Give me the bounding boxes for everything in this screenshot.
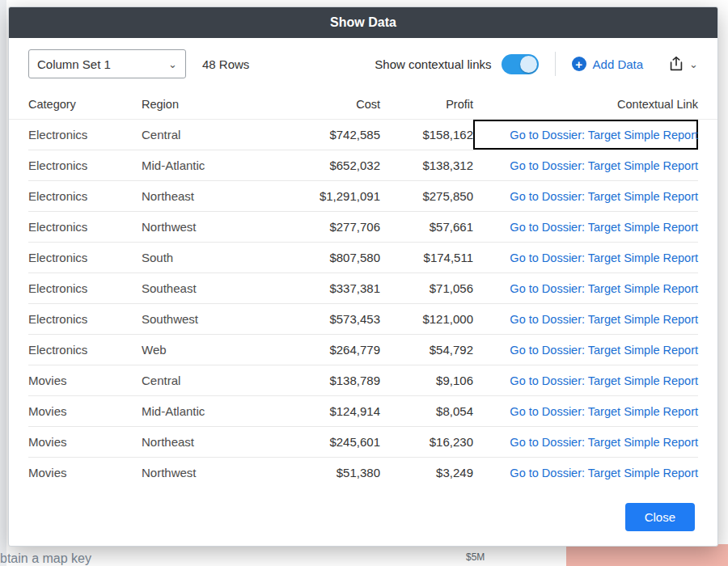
chevron-down-icon: ⌄ [689,58,698,70]
contextual-links-toggle[interactable] [502,54,539,74]
cell-contextual-link: Go to Dossier: Target Simple Report [473,273,698,303]
cell-category: Electronics [28,251,142,264]
cell-contextual-link: Go to Dossier: Target Simple Report [473,335,698,365]
cell-category: Electronics [28,312,142,326]
cell-profit: $9,106 [380,374,473,387]
cell-region: South [142,251,287,264]
contextual-link[interactable]: Go to Dossier: Target Simple Report [510,190,698,203]
cell-category: Movies [28,435,142,449]
header-contextual-link-label: Contextual Link [617,98,698,111]
header-category: Category [28,98,142,111]
cell-cost: $277,706 [287,220,380,234]
table-row: Movies Central $138,789 $9,106 Go to Dos… [28,365,698,396]
cell-cost: $138,789 [287,374,380,387]
column-set-value: Column Set 1 [37,57,111,71]
cell-category: Electronics [28,281,142,295]
page-left-strip [0,0,6,566]
table-row: Electronics Southwest $573,453 $121,000 … [28,304,698,335]
cell-profit: $121,000 [380,312,473,326]
table-row: Electronics South $807,580 $174,511 Go t… [28,243,698,273]
cell-category: Electronics [28,128,142,142]
cell-profit: $57,661 [380,220,473,234]
rows-count-label: 48 Rows [202,57,249,71]
column-set-dropdown[interactable]: Column Set 1 ⌄ [28,49,186,78]
cell-region: Central [142,128,287,142]
contextual-link[interactable]: Go to Dossier: Target Simple Report [510,344,698,357]
cell-region: Northwest [142,220,287,234]
table-row: Electronics Northwest $277,706 $57,661 G… [28,212,698,243]
contextual-link[interactable]: Go to Dossier: Target Simple Report [510,159,698,172]
cell-cost: $807,580 [287,251,380,264]
table-header-row: Category Region Cost Profit Contextual L… [9,90,717,120]
cell-category: Electronics [28,220,142,234]
contextual-links-control: Show contextual links + Add Data ⌄ [375,52,698,76]
cell-region: Mid-Atlantic [142,404,287,418]
cell-contextual-link: Go to Dossier: Target Simple Report [473,396,698,426]
toggle-knob [520,56,537,73]
cell-contextual-link: Go to Dossier: Target Simple Report [473,150,698,180]
contextual-link[interactable]: Go to Dossier: Target Simple Report [510,436,698,449]
table-row: Electronics Mid-Atlantic $652,032 $138,3… [28,150,698,181]
contextual-link[interactable]: Go to Dossier: Target Simple Report [510,313,698,326]
add-data-button[interactable]: + Add Data [572,57,644,71]
cell-cost: $573,453 [287,312,380,326]
contextual-link[interactable]: Go to Dossier: Target Simple Report [510,405,698,418]
dialog-footer: Close [9,488,717,546]
show-data-dialog: Show Data Column Set 1 ⌄ 48 Rows Show co… [8,6,718,547]
dialog-toolbar: Column Set 1 ⌄ 48 Rows Show contextual l… [9,38,717,90]
cell-profit: $275,850 [380,189,473,203]
contextual-link[interactable]: Go to Dossier: Target Simple Report [510,374,698,387]
cell-profit: $54,792 [380,343,473,357]
contextual-link[interactable]: Go to Dossier: Target Simple Report [510,129,698,142]
cell-contextual-link: Go to Dossier: Target Simple Report [473,365,698,395]
close-button[interactable]: Close [625,503,695,531]
table-row: Electronics Northeast $1,291,091 $275,85… [28,181,698,212]
header-profit: Profit [380,98,473,111]
cell-cost: $264,779 [287,343,380,357]
cell-cost: $742,585 [287,128,380,142]
contextual-link[interactable]: Go to Dossier: Target Simple Report [510,221,698,234]
contextual-link[interactable]: Go to Dossier: Target Simple Report [510,467,698,479]
cell-category: Electronics [28,343,142,357]
header-region: Region [142,98,287,111]
contextual-link[interactable]: Go to Dossier: Target Simple Report [510,282,698,295]
cell-contextual-link: Go to Dossier: Target Simple Report [473,120,698,150]
cell-profit: $158,162 [380,128,473,142]
background-pink-block [566,544,728,566]
cell-category: Movies [28,404,142,418]
share-export-icon [667,55,685,73]
cell-contextual-link: Go to Dossier: Target Simple Report [473,304,698,334]
cell-region: Web [142,343,287,357]
export-button[interactable]: ⌄ [667,55,698,73]
cell-category: Electronics [28,189,142,203]
plus-icon: + [572,57,586,71]
cell-profit: $138,312 [380,158,473,172]
cell-profit: $174,511 [380,251,473,264]
cell-profit: $3,249 [380,466,473,479]
contextual-link[interactable]: Go to Dossier: Target Simple Report [510,251,698,264]
cell-contextual-link: Go to Dossier: Target Simple Report [473,243,698,272]
cell-region: Southwest [142,312,287,326]
cell-cost: $1,291,091 [287,189,380,203]
add-data-label: Add Data [593,57,644,71]
cell-cost: $245,601 [287,435,380,449]
cell-region: Northeast [142,435,287,449]
cell-contextual-link: Go to Dossier: Target Simple Report [473,181,698,211]
cell-cost: $337,381 [287,281,380,295]
toolbar-divider [555,52,556,76]
cell-region: Central [142,374,287,387]
cell-cost: $51,380 [287,466,380,479]
cell-cost: $652,032 [287,158,380,172]
cell-profit: $8,054 [380,404,473,418]
table-row: Electronics Southeast $337,381 $71,056 G… [28,273,698,304]
header-contextual-link: Contextual Link [473,90,698,119]
cell-profit: $71,056 [380,281,473,295]
cell-contextual-link: Go to Dossier: Target Simple Report [473,212,698,242]
contextual-links-label: Show contextual links [375,57,491,71]
dialog-title: Show Data [330,15,396,30]
table-row: Movies Mid-Atlantic $124,914 $8,054 Go t… [28,396,698,427]
cell-region: Northwest [142,466,287,479]
cell-profit: $16,230 [380,435,473,449]
cell-region: Southeast [142,281,287,295]
cell-category: Movies [28,466,142,479]
